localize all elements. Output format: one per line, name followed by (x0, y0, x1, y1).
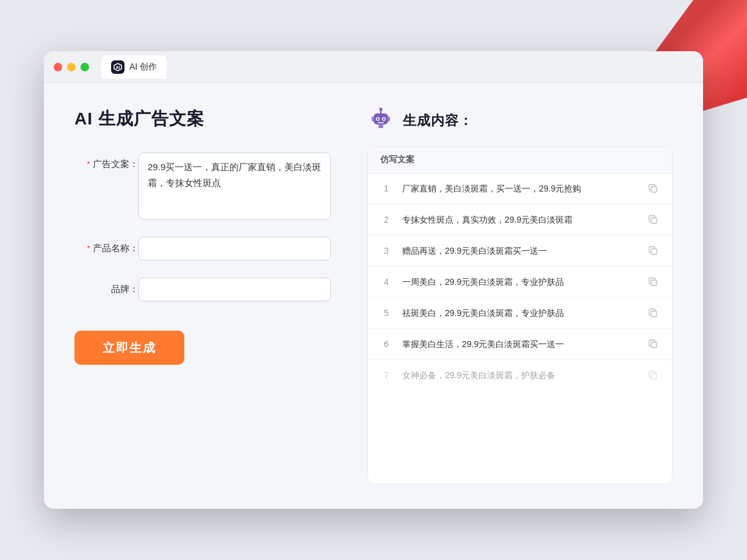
results-container: 1厂家直销，美白淡斑霜，买一送一，29.9元抢购 2专抹女性斑点，真实功效，29… (368, 173, 672, 390)
tab-label: AI 创作 (129, 62, 157, 73)
brand-label: 品牌： (74, 278, 139, 295)
row-number: 5 (380, 308, 392, 318)
title-bar: AI AI 创作 (44, 51, 703, 83)
table-header: 仿写文案 (368, 147, 672, 173)
close-button[interactable] (54, 63, 62, 71)
svg-rect-17 (651, 311, 657, 317)
svg-rect-16 (651, 280, 657, 285)
ad-copy-label: *广告文案： (74, 153, 139, 170)
svg-rect-10 (378, 124, 383, 128)
robot-icon (367, 107, 394, 134)
svg-rect-9 (378, 122, 384, 123)
row-number: 1 (380, 184, 392, 193)
row-number: 6 (380, 339, 392, 349)
maximize-button[interactable] (81, 63, 89, 71)
generate-button[interactable]: 立即生成 (74, 331, 184, 365)
brand-input[interactable]: 好白 (139, 278, 331, 301)
row-number: 7 (380, 370, 392, 380)
row-text: 祛斑美白，29.9元美白淡斑霜，专业护肤品 (402, 307, 637, 320)
copy-button[interactable] (646, 337, 660, 351)
product-name-label: *产品名称： (74, 237, 139, 254)
row-text: 赠品再送，29.9元美白淡斑霜买一送一 (402, 245, 637, 257)
product-name-input[interactable]: 美白淡斑霜 (139, 237, 331, 260)
right-panel: 生成内容： 仿写文案 1厂家直销，美白淡斑霜，买一送一，29.9元抢购 2专抹女… (367, 107, 673, 484)
svg-rect-12 (388, 117, 390, 121)
browser-window: AI AI 创作 AI 生成广告文案 *广告文案： 29.9买一送一，真正的厂家… (44, 51, 703, 509)
svg-text:AI: AI (116, 65, 120, 70)
row-text: 女神必备，29.9元美白淡斑霜，护肤必备 (402, 369, 637, 382)
required-star: * (87, 159, 90, 169)
ad-copy-textarea[interactable]: 29.9买一送一，真正的厂家直销，美白淡斑霜，专抹女性斑点 (139, 153, 331, 220)
page-title: AI 生成广告文案 (74, 107, 331, 131)
table-row: 4一周美白，29.9元美白淡斑霜，专业护肤品 (368, 267, 672, 298)
table-row: 3赠品再送，29.9元美白淡斑霜买一送一 (368, 235, 672, 267)
row-text: 专抹女性斑点，真实功效，29.9元美白淡斑霜 (402, 214, 637, 226)
table-row: 7女神必备，29.9元美白淡斑霜，护肤必备 (368, 360, 672, 390)
copy-button[interactable] (646, 275, 660, 289)
row-number: 4 (380, 277, 392, 287)
result-title: 生成内容： (403, 112, 473, 130)
row-text: 一周美白，29.9元美白淡斑霜，专业护肤品 (402, 276, 637, 289)
form-group-brand: 品牌： 好白 (74, 278, 331, 301)
copy-button[interactable] (646, 213, 660, 226)
svg-rect-11 (372, 117, 374, 121)
tab-ai-create[interactable]: AI AI 创作 (101, 56, 167, 79)
svg-point-7 (377, 118, 379, 120)
main-content: AI 生成广告文案 *广告文案： 29.9买一送一，真正的厂家直销，美白淡斑霜，… (44, 83, 703, 509)
row-number: 3 (380, 246, 392, 256)
tab-icon: AI (111, 60, 125, 74)
svg-rect-19 (651, 373, 657, 379)
minimize-button[interactable] (67, 63, 76, 71)
form-group-ad-copy: *广告文案： 29.9买一送一，真正的厂家直销，美白淡斑霜，专抹女性斑点 (74, 153, 331, 220)
table-row: 1厂家直销，美白淡斑霜，买一送一，29.9元抢购 (368, 173, 672, 204)
form-group-product-name: *产品名称： 美白淡斑霜 (74, 237, 331, 260)
table-row: 5祛斑美白，29.9元美白淡斑霜，专业护肤品 (368, 298, 672, 329)
svg-rect-15 (651, 249, 657, 254)
copy-button[interactable] (646, 244, 660, 257)
copy-button[interactable] (646, 182, 660, 195)
svg-point-3 (380, 108, 383, 111)
result-header: 生成内容： (367, 107, 673, 134)
svg-rect-14 (651, 218, 657, 223)
row-text: 掌握美白生活，29.9元美白淡斑霜买一送一 (402, 338, 637, 351)
svg-rect-13 (651, 187, 657, 192)
row-text: 厂家直销，美白淡斑霜，买一送一，29.9元抢购 (402, 182, 637, 195)
table-row: 6掌握美白生活，29.9元美白淡斑霜买一送一 (368, 329, 672, 360)
left-panel: AI 生成广告文案 *广告文案： 29.9买一送一，真正的厂家直销，美白淡斑霜，… (74, 107, 331, 484)
svg-rect-18 (651, 342, 657, 348)
row-number: 2 (380, 215, 392, 224)
table-row: 2专抹女性斑点，真实功效，29.9元美白淡斑霜 (368, 204, 672, 235)
result-table: 仿写文案 1厂家直销，美白淡斑霜，买一送一，29.9元抢购 2专抹女性斑点，真实… (367, 146, 673, 484)
traffic-lights (54, 63, 89, 71)
copy-button[interactable] (646, 368, 660, 382)
required-star-2: * (87, 243, 90, 253)
svg-point-8 (383, 118, 385, 120)
copy-button[interactable] (646, 306, 660, 320)
